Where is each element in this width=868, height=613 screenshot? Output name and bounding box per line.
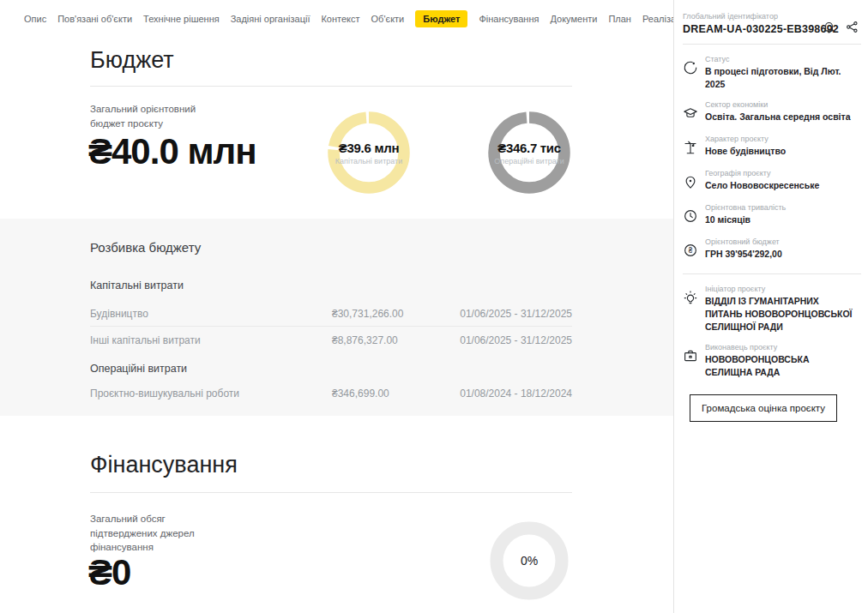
operational-donut-value: ₴346.7 тис xyxy=(497,141,561,155)
bell-icon[interactable] xyxy=(822,20,836,34)
info-label: Виконавець проєкту xyxy=(705,343,853,352)
capital-donut-label: Капітальні витрати xyxy=(335,157,402,165)
info-item-executor: Виконавець проєкту НОВОВОРОНЦОВСЬКА СЕЛИ… xyxy=(683,343,861,378)
financing-section-title: Фінансування xyxy=(90,452,238,478)
info-value: НОВОВОРОНЦОВСЬКА СЕЛИЩНА РАДА xyxy=(705,353,853,378)
tab-opys[interactable]: Опис xyxy=(24,10,46,27)
info-item-sector: Сектор економіки Освіта. Загальна середн… xyxy=(683,100,861,124)
info-item-initiator: Ініціатор проєкту ВІДДІЛ ІЗ ГУМАНІТАРНИХ… xyxy=(683,285,861,333)
group-capital-expenses: Капітальні витрати xyxy=(90,279,184,291)
capital-donut-value: ₴39.6 млн xyxy=(339,141,399,155)
info-label: Географія проєкту xyxy=(705,169,819,177)
info-value: ВІДДІЛ ІЗ ГУМАНІТАРНИХ ПИТАНЬ НОВОВОРОНЦ… xyxy=(705,295,853,333)
info-item-budget: ₴ Орієнтовний бюджет ГРН 39'954'292,00 xyxy=(683,237,861,261)
row-period: 01/08/2024 - 18/12/2024 xyxy=(90,388,572,400)
hryvnia-coin-icon: ₴ xyxy=(683,237,699,261)
info-label: Орієнтовна тривалість xyxy=(705,203,786,212)
info-item-duration: Орієнтовна тривалість 10 місяців xyxy=(683,203,861,227)
svg-text:₴: ₴ xyxy=(689,247,693,255)
row-divider xyxy=(90,326,572,327)
breakdown-title: Розбивка бюджету xyxy=(90,240,201,255)
tab-povyazani-obyekty[interactable]: Пов'язані об'єкти xyxy=(57,10,132,27)
share-icon[interactable] xyxy=(845,20,859,34)
tab-zadiyani-orhanizatsiyi[interactable]: Задіяні організації xyxy=(231,10,310,27)
project-tabs: Опис Пов'язані об'єкти Технічне рішення … xyxy=(24,10,736,27)
progress-icon xyxy=(683,55,699,90)
lightbulb-icon xyxy=(683,285,699,333)
info-label: Орієнтовний бюджет xyxy=(705,237,782,246)
briefcase-icon xyxy=(683,343,699,378)
total-budget-label: Загальний орієнтовний бюджет проєкту xyxy=(90,102,219,130)
info-value: ГРН 39'954'292,00 xyxy=(705,248,782,261)
graduation-cap-icon xyxy=(683,100,699,124)
location-pin-icon xyxy=(683,169,699,193)
total-budget-value: ₴40.0 млн xyxy=(88,131,256,172)
info-item-status: Статус В процесі підготовки, Від Лют. 20… xyxy=(683,55,861,90)
financing-total-label: Загальний обсяг підтверджених джерел фін… xyxy=(90,512,197,555)
info-label: Характер проєкту xyxy=(705,135,786,143)
info-value: Нове будівництво xyxy=(705,145,786,158)
row-period: 01/06/2025 - 31/12/2025 xyxy=(90,334,572,346)
tab-kontekst[interactable]: Контекст xyxy=(321,10,359,27)
financing-progress-donut: 0% xyxy=(490,521,569,600)
clock-icon xyxy=(683,203,699,227)
tab-byudzhet[interactable]: Бюджет xyxy=(415,10,467,27)
financing-total-value: ₴0 xyxy=(88,552,130,593)
public-assessment-button[interactable]: Громадська оцінка проєкту xyxy=(690,394,837,422)
budget-section-title: Бюджет xyxy=(90,47,174,74)
project-summary-sidebar: Глобальний ідентифікатор DREAM-UA-030225… xyxy=(673,0,868,613)
info-label: Ініціатор проєкту xyxy=(705,285,853,293)
group-operational-expenses: Операційні витрати xyxy=(90,363,187,375)
info-value: 10 місяців xyxy=(705,213,786,226)
divider xyxy=(90,86,572,87)
tab-tekhnichne-rishennya[interactable]: Технічне рішення xyxy=(143,10,220,27)
info-value: Освіта. Загальна середня освіта xyxy=(705,111,851,123)
info-label: Сектор економіки xyxy=(705,100,851,109)
main-content: Опис Пов'язані об'єкти Технічне рішення … xyxy=(0,0,673,613)
capital-expenses-donut: ₴39.6 млн Капітальні витрати xyxy=(328,111,410,194)
tab-finansuvannya[interactable]: Фінансування xyxy=(479,10,539,27)
divider xyxy=(683,44,861,45)
info-value: Село Нововоскресенське xyxy=(705,179,819,192)
info-label: Статус xyxy=(705,55,861,63)
operational-expenses-donut: ₴346.7 тис Операційні витрати xyxy=(488,111,570,194)
divider xyxy=(683,273,861,274)
row-period: 01/06/2025 - 31/12/2025 xyxy=(90,308,572,320)
tab-plan[interactable]: План xyxy=(608,10,631,27)
info-item-project-nature: Характер проєкту Нове будівництво xyxy=(683,135,861,159)
crane-icon xyxy=(683,135,699,159)
tab-dokumenty[interactable]: Документи xyxy=(550,10,597,27)
info-item-geography: Географія проєкту Село Нововоскресенське xyxy=(683,169,861,193)
info-value: В процесі підготовки, Від Лют. 2025 xyxy=(705,65,861,90)
financing-donut-percent: 0% xyxy=(521,554,538,568)
operational-donut-label: Операційні витрати xyxy=(494,157,564,165)
divider xyxy=(90,492,572,493)
tab-obyekty[interactable]: Об'єкти xyxy=(371,10,405,27)
